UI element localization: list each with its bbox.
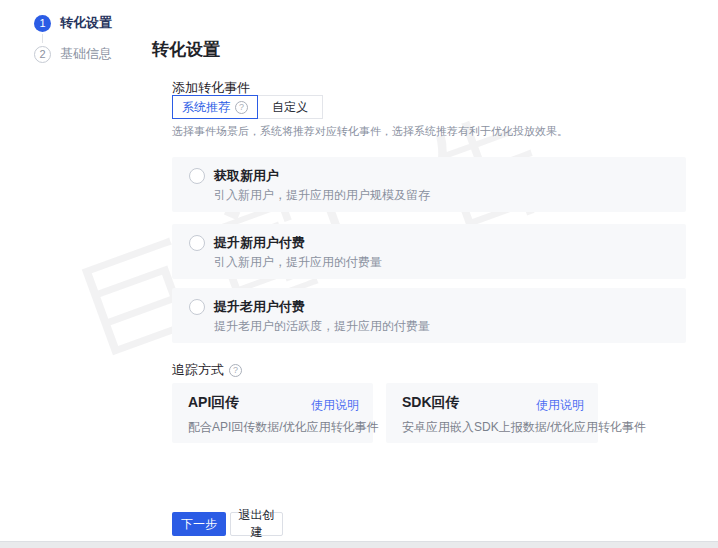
conversion-settings-page: 巨宣广告 1 转化设置 2 基础信息 转化设置 添加转化事件 系统推荐 ? 自定… (0, 0, 718, 548)
tab-label: 系统推荐 (182, 99, 230, 116)
page-title: 转化设置 (152, 38, 220, 61)
bottom-divider (0, 541, 718, 548)
tracking-label-text: 追踪方式 (172, 361, 224, 379)
option-description: 提升老用户的活跃度，提升应用的付费量 (214, 318, 430, 335)
step-number-badge: 1 (34, 15, 51, 32)
radio-button[interactable] (189, 168, 205, 184)
step-number-badge: 2 (34, 46, 51, 63)
tracking-card-title: API回传 (188, 394, 239, 412)
tracking-card-api[interactable]: API回传 使用说明 配合API回传数据/优化应用转化事件 (172, 383, 373, 443)
option-card-new-users[interactable]: 获取新用户 引入新用户，提升应用的用户规模及留存 (172, 157, 686, 212)
step-item-conversion-settings[interactable]: 1 转化设置 (34, 14, 112, 32)
tracking-card-sdk[interactable]: SDK回传 使用说明 安卓应用嵌入SDK上报数据/优化应用转化事件 (386, 383, 598, 443)
tracking-method-label: 追踪方式 ? (172, 361, 242, 379)
recommend-hint-text: 选择事件场景后，系统将推荐对应转化事件，选择系统推荐有利于优化投放效果。 (172, 124, 568, 139)
option-card-new-user-payment[interactable]: 提升新用户付费 引入新用户，提升应用的付费量 (172, 224, 686, 279)
tracking-card-description: 安卓应用嵌入SDK上报数据/优化应用转化事件 (402, 419, 646, 436)
tab-label: 自定义 (272, 99, 308, 116)
usage-guide-link[interactable]: 使用说明 (536, 397, 584, 414)
event-mode-tabs: 系统推荐 ? 自定义 (172, 95, 323, 119)
option-title: 获取新用户 (214, 167, 279, 185)
tab-system-recommend[interactable]: 系统推荐 ? (172, 95, 258, 119)
help-question-icon[interactable]: ? (229, 364, 242, 377)
step-label: 转化设置 (60, 14, 112, 32)
help-question-icon[interactable]: ? (235, 101, 248, 114)
radio-button[interactable] (189, 299, 205, 315)
step-connector-line (42, 34, 43, 43)
step-label: 基础信息 (60, 45, 112, 63)
usage-guide-link[interactable]: 使用说明 (311, 397, 359, 414)
option-description: 引入新用户，提升应用的用户规模及留存 (214, 187, 430, 204)
next-step-button[interactable]: 下一步 (172, 512, 226, 536)
step-nav: 1 转化设置 2 基础信息 (34, 14, 112, 63)
radio-button[interactable] (189, 235, 205, 251)
option-description: 引入新用户，提升应用的付费量 (214, 254, 382, 271)
tab-custom[interactable]: 自定义 (258, 95, 323, 119)
option-card-old-user-payment[interactable]: 提升老用户付费 提升老用户的活跃度，提升应用的付费量 (172, 288, 686, 343)
tracking-card-title: SDK回传 (402, 394, 460, 412)
option-title: 提升老用户付费 (214, 298, 305, 316)
tracking-card-description: 配合API回传数据/优化应用转化事件 (188, 419, 379, 436)
exit-creation-button[interactable]: 退出创建 (230, 512, 283, 536)
step-item-basic-info[interactable]: 2 基础信息 (34, 45, 112, 63)
option-title: 提升新用户付费 (214, 234, 305, 252)
